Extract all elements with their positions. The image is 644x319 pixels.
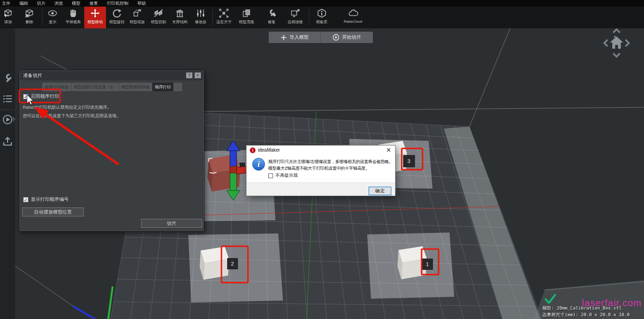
tool-show-label: 显示 [49, 19, 56, 25]
tool-repair-label: 修复 [268, 19, 275, 25]
tool-remote[interactable]: 远程连接 [284, 7, 306, 28]
tool-modifier[interactable]: 修改器 [190, 7, 212, 28]
message-close-button[interactable]: ✕ [386, 147, 391, 154]
dont-show-checkbox[interactable] [268, 173, 273, 178]
menubar: 文件 编辑 切片 浏览 模型 修复 打印机控制 帮助 [0, 0, 644, 7]
app-window: 3 2 1 文件 编辑 切片 浏览 模型 修复 打印机控制 帮助 添加 [0, 0, 644, 319]
modifier-icon [195, 8, 206, 18]
order-label-3: 3 [407, 158, 410, 164]
start-slice-label: 开始切片 [342, 34, 361, 41]
enable-seq-print-row: ✓ 启用顺序打印 [23, 93, 59, 100]
upload-icon[interactable] [2, 136, 13, 147]
dialog-tabbar: 选择打印模板 模型组和分层设置（2） 模型喷嘴和模板 顺序打印 [42, 83, 182, 91]
delete-icon [24, 8, 35, 18]
add-icon [3, 8, 13, 18]
remote-icon [290, 8, 300, 18]
menu-printer-control[interactable]: 打印机控制 [107, 0, 128, 7]
start-slice-button[interactable]: 开始切片 [321, 32, 373, 43]
message-title: ideaMaker [258, 147, 280, 153]
toolbar-separator [309, 9, 309, 26]
import-model-button[interactable]: 导入模型 [269, 32, 321, 43]
nav-down-icon[interactable] [613, 53, 620, 57]
template-library-icon [317, 8, 327, 18]
tool-template-lib-label: 模板库 [316, 19, 327, 25]
toolbar: 添加 删除 显示 平移视角 模型移动 模型旋转 模型缩放 模型切割 [0, 7, 644, 28]
dont-show-label: 不再提示我 [275, 172, 298, 179]
tool-clone-label: 模型克隆 [239, 19, 254, 25]
fit-icon [219, 8, 229, 18]
tool-delete[interactable]: 删除 [18, 7, 40, 28]
cloud-icon [348, 8, 358, 18]
list-icon[interactable] [2, 94, 13, 104]
menu-file[interactable]: 文件 [2, 0, 10, 7]
sidebar-notch [13, 116, 16, 122]
tab-select-template[interactable]: 选择打印模板 [42, 83, 71, 91]
order-label-2: 2 [231, 261, 234, 267]
menu-slice[interactable]: 切片 [37, 0, 45, 7]
model-name-line: 模型: 20mm_Calibration_Box.stl [542, 305, 622, 311]
tool-pan[interactable]: 平移视角 [62, 7, 84, 28]
tool-remote-label: 远程连接 [288, 19, 303, 25]
prepare-slice-dialog: 准备切片 ? × 选择打印模板 模型组和分层设置（2） 模型喷嘴和模板 顺序打印… [19, 70, 204, 232]
menu-repair[interactable]: 修复 [89, 0, 98, 7]
dialog-help-button[interactable]: ? [186, 72, 193, 78]
tool-cut[interactable]: 模型切割 [148, 7, 169, 28]
enable-seq-print-checkbox[interactable]: ✓ [23, 94, 28, 99]
repair-icon [266, 8, 277, 18]
dialog-close-button[interactable]: × [194, 72, 201, 78]
tab-group-layer-settings[interactable]: 模型组和分层设置（2） [71, 83, 119, 91]
settings-wrench-icon[interactable] [2, 73, 13, 84]
tool-fit-label: 适应尺寸 [216, 19, 231, 25]
sidebar-divider [0, 110, 15, 110]
rotate-icon [112, 8, 122, 18]
nav-left-icon[interactable] [604, 40, 608, 46]
model-cube-2[interactable] [200, 247, 229, 280]
message-dialog: ! ideaMaker ✕ i 顺序打印只允许主喷嘴/左喷嘴设置，多喷嘴相关的设… [246, 145, 396, 196]
order-label-1: 1 [426, 261, 429, 267]
dont-show-row: 不再提示我 [268, 172, 298, 179]
play-panel-icon[interactable] [2, 114, 13, 125]
clone-icon [241, 8, 252, 18]
dialog-title: 准备切片 [23, 73, 42, 78]
info-icon: i [252, 158, 265, 171]
message-line2: 模型最大Z轴高度不能大于打印机设置中的十字轴高度。 [268, 165, 370, 172]
tool-support-label: 支撑结构 [172, 19, 187, 25]
nav-up-icon[interactable] [613, 29, 620, 33]
move-icon [90, 8, 100, 18]
eye-icon [47, 8, 58, 18]
home-icon[interactable] [610, 36, 623, 49]
seq-print-desc1: Raise3D打印机默认禁用自定义打印优先顺序。 [23, 104, 112, 111]
tool-fit[interactable]: 适应尺寸 [213, 7, 235, 28]
tool-repair[interactable]: 修复 [261, 7, 282, 28]
nav-right-icon[interactable] [626, 40, 629, 46]
tool-delete-label: 删除 [26, 19, 33, 25]
hand-icon [68, 8, 79, 18]
tool-rotate[interactable]: 模型旋转 [106, 7, 128, 28]
dialog-titlebar[interactable]: 准备切片 [20, 71, 203, 80]
tool-clone[interactable]: 模型克隆 [236, 7, 257, 28]
menu-model[interactable]: 模型 [72, 0, 80, 7]
menu-edit[interactable]: 编辑 [19, 0, 28, 7]
tool-raisecloud[interactable]: RaiseCloud [340, 7, 366, 28]
seq-print-desc2: 您可以在打印机设置下为第三方打印机启用该选项。 [23, 113, 121, 119]
tool-show[interactable]: 显示 [42, 7, 63, 28]
viewport-actions: 导入模型 开始切片 [269, 32, 373, 43]
tool-scale[interactable]: 模型缩放 [126, 7, 148, 28]
tool-template-lib[interactable]: 模板库 [311, 7, 333, 28]
menu-view[interactable]: 浏览 [54, 0, 63, 7]
menu-help[interactable]: 帮助 [137, 0, 146, 7]
tab-model-nozzle-template[interactable]: 模型喷嘴和模板 [119, 83, 153, 91]
play-icon [333, 34, 339, 41]
show-order-numbers-checkbox[interactable]: ✓ [23, 197, 28, 202]
slice-button[interactable]: 切片 [141, 219, 202, 228]
tool-add[interactable]: 添加 [0, 7, 19, 28]
tool-modifier-label: 修改器 [195, 19, 206, 25]
ok-button[interactable]: 确定 [369, 187, 391, 195]
tool-scale-label: 模型缩放 [130, 19, 145, 25]
show-order-numbers-label: 显示打印顺序编号 [31, 196, 69, 203]
origin-axis-blue [73, 306, 99, 319]
tab-sequential-print[interactable]: 顺序打印 [152, 83, 174, 91]
tool-move[interactable]: 模型移动 [84, 7, 106, 28]
auto-place-button[interactable]: 自动摆放模型位置 [22, 207, 84, 216]
tool-support[interactable]: 支撑结构 [169, 7, 191, 28]
